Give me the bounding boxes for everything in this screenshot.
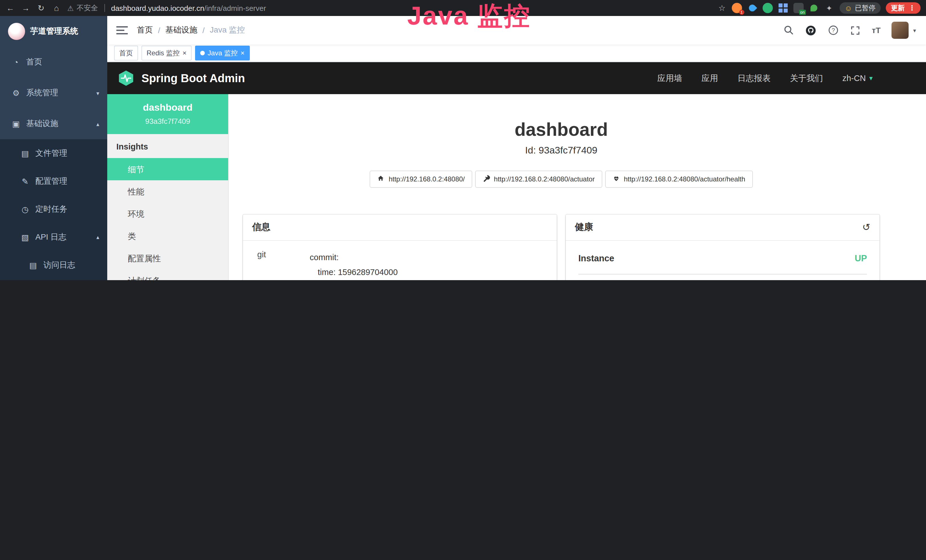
url-path: /infra/admin-server	[204, 4, 266, 12]
chevron-down-icon: ▾	[96, 90, 99, 96]
sba-menu-item[interactable]: 环境	[107, 203, 228, 225]
sba-menu-item[interactable]: 细节	[107, 158, 228, 180]
sidebar-item-access-log[interactable]: ▤访问日志	[0, 251, 107, 279]
avatar-caret-icon[interactable]: ▾	[913, 27, 916, 33]
browser-update-button[interactable]: 更新 ⋮	[886, 2, 921, 14]
sba-nav-wall[interactable]: 应用墙	[657, 73, 682, 83]
history-icon[interactable]: ↺	[862, 222, 871, 232]
ext-droplet-icon[interactable]	[747, 3, 757, 13]
smiley-icon: ☺	[844, 4, 852, 12]
security-status[interactable]: ⚠ 不安全	[67, 3, 98, 13]
ext-leaf-icon[interactable]	[808, 3, 819, 13]
sba-instance-header[interactable]: dashboard 93a3fc7f7409	[107, 94, 228, 134]
health-card: 健康 ↺ Instance UP	[566, 215, 879, 280]
ext-fox-icon[interactable]: 1	[731, 3, 742, 13]
info-row-value: commit:time: 1596289704000id: 27aa832bra…	[310, 250, 398, 280]
info-row-key: git	[257, 250, 310, 280]
back-icon[interactable]: ←	[6, 3, 15, 12]
sba-menu-item[interactable]: 性能	[107, 180, 228, 203]
address-bar[interactable]: dashboard.yudao.iocoder.cn/infra/admin-s…	[111, 4, 266, 12]
link-label: http://192.168.0.2:48080/actuator/health	[624, 175, 745, 183]
app-logo[interactable]: 芋道管理系统	[0, 16, 107, 47]
sba-group-label: Insights	[107, 134, 228, 158]
sidebar-item-label: 配置管理	[35, 176, 67, 186]
breadcrumb-separator: /	[158, 26, 160, 35]
info-line: time: 1596289704000	[310, 265, 398, 280]
sba-nav-about[interactable]: 关于我们	[790, 73, 823, 83]
sba-nav-journal[interactable]: 日志报表	[737, 73, 770, 83]
config-icon: ✎	[20, 177, 31, 186]
info-card: 信息 git commit:time: 1596289704000id: 27a…	[243, 215, 557, 280]
sba-navbar: Spring Boot Admin 应用墙应用日志报表关于我们 zh-CN ▾	[107, 62, 926, 94]
ext-paw-icon[interactable]: ✦	[824, 3, 834, 13]
sidebar-item-api-log[interactable]: ▧API 日志▴	[0, 223, 107, 251]
sidebar-item-file[interactable]: ▤文件管理	[0, 139, 107, 167]
warning-icon: ⚠	[67, 4, 74, 12]
tab-label: Java 监控	[207, 48, 238, 58]
instance-id: 93a3fc7f7409	[112, 117, 224, 127]
sba-brand[interactable]: Spring Boot Admin	[141, 72, 245, 85]
security-label: 不安全	[76, 3, 98, 13]
ext-green-circle-icon[interactable]	[762, 3, 773, 13]
breadcrumb-separator: /	[203, 26, 205, 35]
forward-icon[interactable]: →	[21, 3, 30, 12]
top-navbar: 首页 / 基础设施 / Java 监控 ? тT ▾	[107, 16, 926, 44]
url-host: dashboard.yudao.iocoder.cn	[111, 4, 204, 12]
help-icon[interactable]: ?	[827, 24, 839, 36]
link-label: http://192.168.0.2:48080/	[389, 175, 465, 183]
font-size-icon[interactable]: тT	[872, 26, 881, 35]
spring-boot-admin-logo[interactable]	[118, 70, 135, 87]
breadcrumb-home[interactable]: 首页	[137, 25, 153, 35]
sidebar-item-system[interactable]: ⚙系统管理▾	[0, 77, 107, 108]
chevron-down-icon: ▾	[869, 74, 873, 82]
gear-icon: ⚙	[10, 88, 22, 98]
ext-dark-icon[interactable]: on	[793, 3, 803, 13]
app-sidebar-menu: ◔首页⚙系统管理▾▣基础设施▴▤文件管理✎配置管理◷定时任务▧API 日志▴▤访…	[0, 47, 107, 280]
instance-link-1[interactable]: http://192.168.0.2:48080/actuator	[475, 171, 602, 188]
infra-icon: ▣	[10, 119, 22, 129]
tab-redis-monitor[interactable]: Redis 监控×	[141, 45, 192, 61]
sidebar-item-label: 系统管理	[26, 88, 58, 98]
chevron-up-icon: ▴	[96, 234, 99, 240]
reload-icon[interactable]: ↻	[36, 3, 45, 12]
fullscreen-icon[interactable]	[850, 24, 861, 36]
github-icon[interactable]	[805, 24, 817, 36]
extension-paused-pill[interactable]: ☺ 已暂停	[839, 2, 881, 14]
sidebar-item-job[interactable]: ◷定时任务	[0, 195, 107, 223]
instance-link-2[interactable]: http://192.168.0.2:48080/actuator/health	[605, 171, 753, 188]
close-icon[interactable]: ×	[241, 50, 244, 56]
home-icon[interactable]: ⌂	[52, 3, 61, 12]
sba-menu-item[interactable]: 配置属性	[107, 247, 228, 269]
api-log-icon: ▧	[20, 233, 31, 242]
sba-menu-group: Insights 细节性能环境类配置属性计划任务	[107, 134, 228, 280]
ext-grid-icon[interactable]	[778, 3, 788, 13]
sidebar-item-config[interactable]: ✎配置管理	[0, 167, 107, 195]
kebab-menu-icon[interactable]: ⋮	[909, 4, 915, 12]
sba-nav-applications[interactable]: 应用	[702, 73, 718, 83]
sba-menu-item[interactable]: 类	[107, 225, 228, 247]
close-icon[interactable]: ×	[183, 50, 186, 56]
instance-link-0[interactable]: http://192.168.0.2:48080/	[370, 171, 472, 188]
info-card-title: 信息	[252, 221, 270, 233]
screen: ← → ↻ ⌂ ⚠ 不安全 dashboard.yudao.iocoder.cn…	[0, 0, 926, 280]
search-icon[interactable]	[783, 24, 794, 36]
wrench-icon	[483, 175, 490, 184]
sba-menu-item[interactable]: 计划任务	[107, 269, 228, 280]
sidebar-item-infra[interactable]: ▣基础设施▴	[0, 108, 107, 139]
locale-select[interactable]: zh-CN ▾	[843, 74, 873, 83]
bookmark-star-icon[interactable]: ☆	[717, 3, 726, 12]
status-badge: UP	[855, 253, 867, 263]
logo-avatar	[8, 23, 25, 40]
sidebar-item-error-log[interactable]: ▤错误日志	[0, 279, 107, 280]
app-title: 芋道管理系统	[30, 26, 78, 36]
hamburger-icon[interactable]	[117, 26, 128, 35]
app-sidebar: 芋道管理系统 ◔首页⚙系统管理▾▣基础设施▴▤文件管理✎配置管理◷定时任务▧AP…	[0, 16, 107, 280]
sidebar-item-label: 文件管理	[35, 148, 67, 158]
sidebar-item-home[interactable]: ◔首页	[0, 47, 107, 77]
tab-java-monitor[interactable]: Java 监控×	[195, 45, 250, 61]
user-avatar[interactable]	[891, 22, 909, 39]
breadcrumb-infra[interactable]: 基础设施	[165, 25, 197, 35]
tab-home[interactable]: 首页	[114, 45, 138, 61]
svg-text:?: ?	[831, 27, 834, 33]
instance-name: dashboard	[112, 101, 224, 114]
